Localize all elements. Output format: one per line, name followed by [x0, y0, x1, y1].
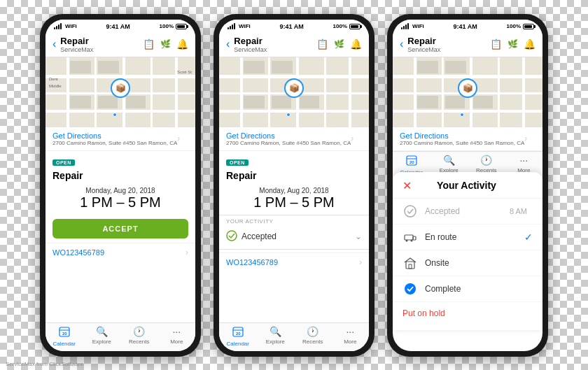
- ya-check-icon-2: [226, 230, 237, 243]
- badge-row-1: OPEN: [46, 151, 195, 169]
- more-icon-2: ···: [346, 326, 354, 337]
- back-icon-1[interactable]: ‹: [52, 38, 56, 50]
- location-dot-3: [460, 113, 464, 117]
- content-1: Get Directions 2700 Camino Ramon, Suite …: [46, 127, 195, 322]
- map-pin-2: 📦: [284, 78, 304, 98]
- app-title-3: Repair: [407, 36, 490, 46]
- complete-text: Complete: [425, 284, 533, 294]
- activity-item-accepted[interactable]: Accepted 8 AM: [393, 199, 542, 225]
- doc-icon-2[interactable]: 📋: [316, 38, 328, 50]
- profile-icon-1[interactable]: 🌿: [160, 39, 171, 49]
- map-3: 📦: [393, 57, 542, 127]
- nav-label-explore-1: Explore: [92, 339, 111, 345]
- directions-row-2[interactable]: Get Directions 2700 Camino Ramon, Suite …: [219, 127, 369, 151]
- doc-icon-3[interactable]: 📋: [490, 38, 502, 50]
- phone-3: WiFi 9:41 AM 100% ‹ Repair ServiceMax 📋 …: [387, 14, 548, 357]
- svg-point-7: [405, 206, 416, 217]
- more-icon-1: ···: [172, 326, 181, 337]
- onsite-icon: [402, 257, 418, 269]
- status-time-3: 9:41 AM: [454, 23, 477, 30]
- ya-text-2: Accepted: [241, 232, 355, 241]
- svg-point-11: [411, 239, 413, 241]
- work-order-row-2[interactable]: WO123456789 ›: [219, 252, 369, 271]
- explore-icon-3: 🔍: [443, 155, 455, 166]
- back-icon-2[interactable]: ‹: [226, 38, 230, 50]
- app-title-1: Repair: [60, 36, 143, 46]
- panel-header: ✕ Your Activity: [393, 172, 542, 199]
- calendar-icon-1: 20: [59, 326, 70, 339]
- enroute-icon: [402, 231, 418, 243]
- app-subtitle-3: ServiceMax: [407, 46, 490, 53]
- app-title-2: Repair: [234, 36, 316, 46]
- directions-row-3[interactable]: Get Directions 2700 Camino Ramon, Suite …: [393, 127, 542, 151]
- map-pin-3: 📦: [458, 78, 477, 98]
- ya-dropdown-2[interactable]: Accepted ⌄: [226, 227, 362, 246]
- status-bar-1: WiFi 9:41 AM 100%: [46, 20, 195, 32]
- nav-recents-2[interactable]: 🕐 Recents: [294, 326, 332, 347]
- datetime-2: Monday, Aug 20, 2018 1 PM – 5 PM: [219, 183, 369, 215]
- explore-icon-2: 🔍: [270, 326, 281, 337]
- accepted-icon: [402, 205, 418, 218]
- status-time-2: 9:41 AM: [280, 23, 304, 30]
- explore-icon-1: 🔍: [96, 326, 108, 337]
- profile-icon-3[interactable]: 🌿: [507, 39, 518, 49]
- recents-icon-3: 🕐: [480, 155, 492, 166]
- recents-icon-2: 🕐: [307, 326, 318, 337]
- svg-text:20: 20: [62, 332, 67, 336]
- put-on-hold-item[interactable]: Put on hold: [393, 302, 542, 325]
- map-1: 📦 Dent Middle Scott St: [46, 57, 195, 127]
- battery-pct-1: 100%: [160, 23, 174, 29]
- app-header-1: ‹ Repair ServiceMax 📋 🌿 🔔: [46, 32, 195, 57]
- nav-calendar-2[interactable]: 20 Calendar: [219, 326, 257, 347]
- bell-icon-1[interactable]: 🔔: [176, 38, 188, 50]
- svg-text:20: 20: [410, 160, 414, 164]
- svg-point-14: [405, 283, 416, 294]
- chevron-right-3: ›: [524, 134, 527, 143]
- nav-label-more-1: More: [170, 339, 183, 345]
- nav-more-2[interactable]: ··· More: [332, 326, 370, 347]
- directions-address-1: 2700 Camino Ramon, Suite #450 San Ramon,…: [52, 140, 177, 146]
- nav-explore-1[interactable]: 🔍 Explore: [83, 326, 121, 347]
- panel-title: Your Activity: [419, 180, 514, 191]
- directions-link-2[interactable]: Get Directions: [226, 131, 351, 140]
- chevron-right-2: ›: [351, 134, 354, 143]
- bottom-nav-1: 20 Calendar 🔍 Explore 🕐 Recents ··· More: [46, 322, 195, 351]
- nav-recents-1[interactable]: 🕐 Recents: [120, 326, 158, 347]
- phone-1: WiFi 9:41 AM 100% ‹ Repair ServiceMax 📋 …: [40, 14, 201, 357]
- doc-icon-1[interactable]: 📋: [143, 38, 155, 50]
- ya-chevron-2[interactable]: ⌄: [355, 232, 362, 241]
- directions-row-1[interactable]: Get Directions 2700 Camino Ramon, Suite …: [46, 127, 195, 151]
- chevron-wo-2: ›: [359, 257, 362, 267]
- accept-button-1[interactable]: ACCEPT: [52, 219, 188, 239]
- ya-label-2: YOUR ACTIVITY: [226, 218, 362, 225]
- directions-link-1[interactable]: Get Directions: [52, 131, 177, 140]
- bell-icon-2[interactable]: 🔔: [350, 38, 362, 50]
- chevron-right-1: ›: [177, 134, 180, 143]
- calendar-icon-2: 20: [232, 326, 244, 339]
- svg-rect-8: [405, 235, 413, 240]
- activity-item-enroute[interactable]: En route ✓: [393, 225, 542, 250]
- put-on-hold-text[interactable]: Put on hold: [393, 302, 542, 325]
- accepted-time: 8 AM: [510, 207, 527, 215]
- back-icon-3[interactable]: ‹: [400, 38, 403, 50]
- bell-icon-3[interactable]: 🔔: [524, 38, 536, 50]
- work-order-row-1[interactable]: WO123456789 ›: [46, 243, 195, 262]
- wo-number-1: WO123456789: [52, 248, 186, 257]
- svg-rect-12: [406, 262, 414, 269]
- panel-close-button[interactable]: ✕: [402, 179, 412, 192]
- open-badge-1: OPEN: [52, 159, 75, 166]
- location-dot-1: [113, 113, 117, 117]
- directions-link-3[interactable]: Get Directions: [400, 131, 524, 140]
- nav-calendar-1[interactable]: 20 Calendar: [46, 326, 83, 347]
- directions-address-3: 2700 Camino Ramon, Suite #450 San Ramon,…: [400, 140, 524, 146]
- enroute-text: En route: [425, 232, 524, 242]
- nav-label-recents-1: Recents: [129, 339, 149, 345]
- activity-item-onsite[interactable]: Onsite: [393, 250, 542, 276]
- svg-rect-9: [413, 236, 416, 240]
- nav-more-1[interactable]: ··· More: [158, 326, 196, 347]
- status-time-1: 9:41 AM: [106, 23, 130, 30]
- job-title-2: Repair: [219, 169, 369, 183]
- activity-item-complete[interactable]: Complete: [393, 276, 542, 302]
- profile-icon-2[interactable]: 🌿: [334, 39, 344, 49]
- nav-explore-2[interactable]: 🔍 Explore: [257, 326, 295, 347]
